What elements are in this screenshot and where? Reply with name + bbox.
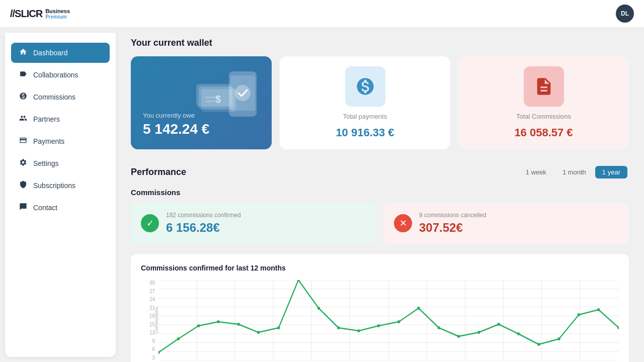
- sidebar-item-commissions[interactable]: Commissions: [11, 87, 110, 107]
- dollar-circle-icon: [18, 92, 28, 102]
- svg-point-47: [497, 323, 500, 326]
- svg-point-2: [234, 85, 251, 101]
- main-layout: Dashboard Collaborations Commissions Par…: [0, 28, 644, 362]
- cancelled-commission-card: ✕ 9 commissions cancelled 307.52€: [384, 203, 629, 244]
- filter-1-week[interactable]: 1 week: [519, 166, 553, 178]
- tag-icon: [18, 70, 28, 80]
- svg-point-31: [177, 337, 180, 340]
- chart-container: Commissions confirmed for last 12 months…: [131, 254, 629, 362]
- wallet-illustration: $: [186, 61, 267, 127]
- sidebar-item-dashboard[interactable]: Dashboard: [11, 43, 110, 63]
- premium-label: Premium: [45, 14, 70, 20]
- y-label-3: 3: [141, 355, 155, 360]
- commission-cards: ✓ 182 commissions confirmed 6 156.28€ ✕ …: [131, 203, 629, 244]
- svg-point-43: [417, 307, 420, 310]
- svg-point-39: [337, 326, 340, 329]
- sidebar-label-commissions: Commissions: [33, 93, 75, 101]
- svg-point-35: [257, 331, 260, 334]
- logo-text: //SLICR: [10, 8, 42, 20]
- sidebar-item-payments[interactable]: Payments: [11, 131, 110, 151]
- payments-icon: [355, 76, 375, 97]
- y-label-30: 30: [141, 280, 155, 286]
- total-commissions-card: Total Commissions 16 058.57 €: [458, 56, 629, 149]
- chart-y-labels: 30 27 24 21 18 15 12 9 6 3: [141, 280, 155, 360]
- cancelled-count: 9 commissions cancelled: [419, 212, 486, 219]
- commissions-icon: [534, 76, 554, 97]
- y-label-12: 12: [141, 330, 155, 335]
- sidebar-label-settings: Settings: [33, 159, 59, 167]
- wallet-card-main: $ You currently owe 5 142.24 €: [131, 56, 272, 149]
- svg-point-42: [397, 320, 400, 323]
- business-label: Business: [45, 8, 70, 14]
- chart-svg: [158, 280, 619, 360]
- total-commissions-amount: 16 058.57 €: [514, 126, 573, 139]
- sidebar-item-contact[interactable]: Contact: [11, 198, 110, 218]
- confirmed-info: 182 commissions confirmed 6 156.28€: [166, 212, 241, 235]
- svg-text:$: $: [215, 94, 221, 105]
- commissions-section-label: Commissions: [131, 188, 629, 197]
- svg-rect-7: [205, 97, 220, 98]
- svg-point-36: [277, 326, 280, 329]
- card-icon: [18, 136, 28, 146]
- svg-rect-8: [205, 101, 215, 102]
- sidebar-label-payments: Payments: [33, 137, 64, 145]
- filter-1-month[interactable]: 1 month: [555, 166, 593, 178]
- svg-point-48: [517, 332, 520, 335]
- sidebar-label-dashboard: Dashboard: [33, 49, 68, 57]
- sidebar-item-settings[interactable]: Settings: [11, 153, 110, 173]
- chart-title: Commissions confirmed for last 12 months: [141, 264, 619, 272]
- svg-point-44: [437, 326, 440, 329]
- settings-icon: [18, 158, 28, 168]
- svg-point-38: [317, 307, 320, 310]
- partners-icon: [18, 114, 28, 124]
- sidebar-item-collaborations[interactable]: Collaborations: [11, 65, 110, 85]
- time-filters: 1 week 1 month 1 year: [517, 164, 629, 180]
- svg-point-32: [197, 324, 200, 327]
- cancelled-amount: 307.52€: [419, 221, 486, 235]
- chart-inner: [158, 280, 619, 360]
- total-payments-amount: 10 916.33 €: [336, 126, 394, 139]
- confirmed-icon: ✓: [141, 214, 159, 232]
- y-label-15: 15: [141, 322, 155, 327]
- home-icon: [18, 48, 28, 58]
- commissions-icon-container: [524, 66, 564, 107]
- performance-header: Performance 1 week 1 month 1 year: [131, 164, 629, 180]
- svg-point-45: [457, 335, 460, 338]
- sidebar-label-collaborations: Collaborations: [33, 71, 78, 79]
- filter-1-year[interactable]: 1 year: [595, 166, 627, 178]
- svg-point-33: [217, 320, 219, 323]
- sidebar-label-subscriptions: Subscriptions: [33, 182, 75, 190]
- svg-point-52: [597, 308, 600, 311]
- logo-business: Business Premium: [45, 8, 70, 20]
- sidebar-item-partners[interactable]: Partners: [11, 109, 110, 129]
- chart-area: 30 27 24 21 18 15 12 9 6 3: [141, 280, 619, 360]
- sidebar: Dashboard Collaborations Commissions Par…: [5, 33, 116, 357]
- y-label-9: 9: [141, 338, 155, 344]
- confirmed-count: 182 commissions confirmed: [166, 212, 241, 219]
- logo: //SLICR Business Premium: [10, 8, 70, 20]
- confirmed-amount: 6 156.28€: [166, 221, 241, 235]
- cancelled-info: 9 commissions cancelled 307.52€: [419, 212, 486, 235]
- y-label-24: 24: [141, 297, 155, 302]
- total-payments-card: Total payments 10 916.33 €: [280, 56, 450, 149]
- y-label-6: 6: [141, 346, 155, 352]
- total-commissions-label: Total Commissions: [516, 113, 571, 120]
- avatar[interactable]: DL: [616, 5, 634, 23]
- y-label-27: 27: [141, 289, 155, 294]
- sidebar-label-partners: Partners: [33, 115, 60, 123]
- svg-point-51: [578, 313, 580, 316]
- chat-icon: [18, 203, 28, 213]
- svg-point-34: [237, 323, 239, 326]
- sidebar-item-subscriptions[interactable]: Subscriptions: [11, 175, 110, 196]
- svg-point-46: [477, 331, 480, 334]
- shield-icon: [18, 180, 28, 191]
- y-label-21: 21: [141, 305, 155, 311]
- y-label-18: 18: [141, 313, 155, 319]
- cancelled-icon: ✕: [394, 214, 412, 232]
- sidebar-label-contact: Contact: [33, 204, 57, 212]
- performance-title: Performance: [131, 167, 186, 177]
- confirmed-commission-card: ✓ 182 commissions confirmed 6 156.28€: [131, 203, 376, 244]
- wallet-cards: $ You currently owe 5 142.24 € Total pay…: [131, 56, 629, 149]
- commissions-axis-label: Commissions: [154, 307, 159, 334]
- svg-point-41: [377, 324, 380, 327]
